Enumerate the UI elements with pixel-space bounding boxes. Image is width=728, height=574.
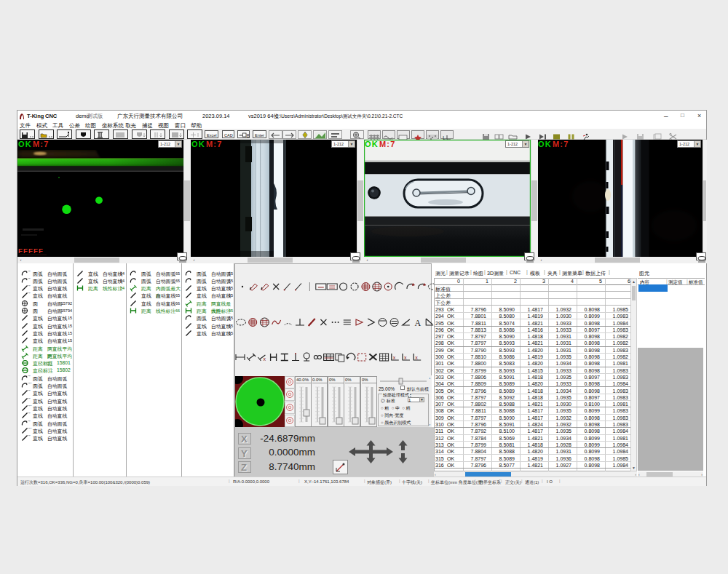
svg-text:x: x (393, 355, 396, 360)
svg-text:x: x (415, 355, 418, 360)
svg-text:x: x (263, 356, 266, 362)
svg-text:x: x (404, 355, 407, 360)
svg-text:B: B (247, 133, 250, 138)
svg-text:FFFFF: FFFFF (18, 247, 44, 255)
svg-text:A: A (415, 318, 422, 328)
